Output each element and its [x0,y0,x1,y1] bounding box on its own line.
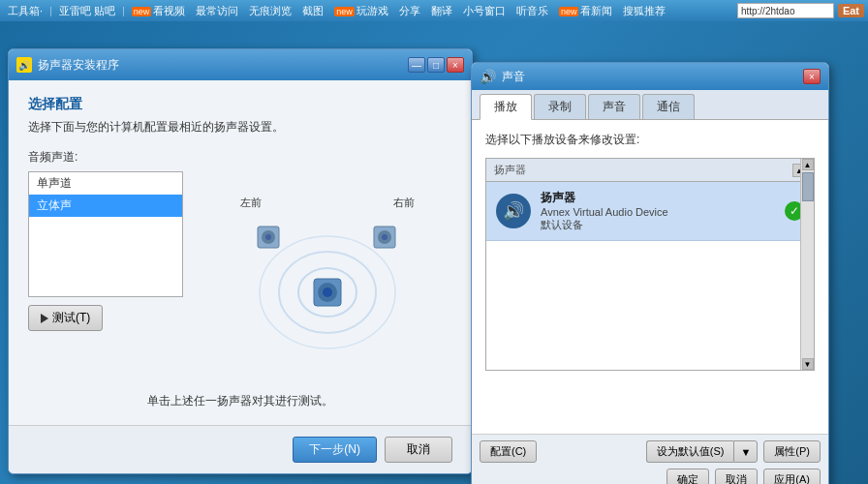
sound-body: 选择以下播放设备来修改设置: 扬声器 ▲ 🔊 扬声器 Avnex Virtual… [472,120,828,434]
url-bar[interactable] [737,3,834,18]
ok-button[interactable]: 确定 [666,469,709,484]
sound-dialog-icon: 🔊 [480,69,496,84]
device-subname: Avnex Virtual Audio Device [541,206,775,218]
taskbar-sougou[interactable]: 搜狐推荐 [619,3,669,19]
installer-controls: — □ × [408,57,464,73]
device-header-label: 扬声器 [494,163,792,177]
installer-hint: 单击上述任一扬声器对其进行测试。 [28,393,452,409]
tabs-bar: 播放 录制 声音 通信 [472,90,828,120]
config-button[interactable]: 配置(C) [480,440,537,463]
installer-content: 选择配置 选择下面与您的计算机配置最相近的扬声器设置。 音频声道: 单声道 立体… [9,80,472,425]
taskbar-miniwindow[interactable]: 小号窗口 [459,3,510,19]
new-badge-games: new [334,7,355,16]
device-default: 默认设备 [541,218,775,232]
installer-description: 选择下面与您的计算机配置最相近的扬声器设置。 [28,119,452,136]
installer-body: 单声道 立体声 测试(T) 左前 右前 [28,171,452,393]
sound-titlebar: 🔊 声音 × [472,63,828,90]
tab-playback[interactable]: 播放 [480,94,532,120]
sound-footer-row1: 配置(C) 设为默认值(S) ▼ 属性(P) [480,440,821,463]
device-list-container: 扬声器 ▲ 🔊 扬声器 Avnex Virtual Audio Device 默… [485,158,815,371]
set-default-split: 设为默认值(S) ▼ [646,440,759,463]
installer-minimize-button[interactable]: — [408,57,425,73]
channel-label: 音频声道: [28,149,452,166]
cancel-button[interactable]: 取消 [385,437,452,463]
desktop: 🔊 扬声器安装程序 — □ × 选择配置 选择下面与您的计算机配置最相近的扬声器… [0,21,868,484]
apply-button[interactable]: 应用(A) [763,469,821,484]
left-panel: 单声道 立体声 测试(T) [28,171,183,393]
sound-wave-svg [240,205,415,360]
tab-sound[interactable]: 声音 [588,94,640,119]
device-header: 扬声器 ▲ [486,159,814,182]
sound-body-desc: 选择以下播放设备来修改设置: [485,132,815,148]
tab-record[interactable]: 录制 [534,94,586,119]
channel-list: 单声道 立体声 [28,171,183,297]
tab-communication[interactable]: 通信 [642,94,695,119]
set-default-button[interactable]: 设为默认值(S) [646,440,734,463]
sound-dialog-controls: × [803,69,821,84]
sound-close-button[interactable]: × [803,69,821,84]
device-icon: 🔊 [496,194,531,228]
device-name: 扬声器 [541,190,775,206]
play-icon [41,314,48,323]
taskbar-frequent[interactable]: 最常访问 [192,3,242,19]
scrollbar[interactable]: ▲ ▼ [800,159,814,370]
sound-cancel-button[interactable]: 取消 [715,469,758,484]
svg-point-11 [382,234,388,240]
taskbar-screenshot[interactable]: 截图 [298,3,327,19]
sound-dialog-title: 声音 [502,69,797,85]
taskbar-games[interactable]: new玩游戏 [330,3,392,19]
installer-close-button[interactable]: × [447,57,464,73]
device-item[interactable]: 🔊 扬声器 Avnex Virtual Audio Device 默认设备 ✓ [486,182,814,241]
new-badge-news: new [559,7,579,16]
installer-section-title: 选择配置 [28,96,452,113]
installer-dialog: 🔊 扬声器安装程序 — □ × 选择配置 选择下面与您的计算机配置最相近的扬声器… [8,48,473,474]
set-default-dropdown[interactable]: ▼ [733,440,758,463]
taskbar-translate[interactable]: 翻译 [427,3,456,19]
taskbar-right: Eat [737,3,864,18]
taskbar-share[interactable]: 分享 [395,3,424,19]
channel-stereo[interactable]: 立体声 [29,195,182,217]
installer-footer: 下一步(N) 取消 [9,425,472,473]
taskbar: 工具箱· | 亚雷吧 贴吧 | new看视频 最常访问 无痕浏览 截图 new玩… [0,0,868,21]
taskbar-music[interactable]: 听音乐 [512,3,552,19]
speaker-diagram: 左前 右前 [231,196,424,370]
scroll-down-btn[interactable]: ▼ [802,358,814,370]
installer-title: 扬声器安装程序 [38,57,402,74]
svg-point-8 [265,234,271,240]
taskbar-news[interactable]: new看新闻 [555,3,617,19]
channel-mono[interactable]: 单声道 [29,172,182,195]
installer-icon: 🔊 [16,57,32,73]
sound-dialog: 🔊 声音 × 播放 录制 声音 通信 选择以下播放设备来修改设置: 扬声器 ▲ [471,62,829,484]
sound-footer: 配置(C) 设为默认值(S) ▼ 属性(P) 确定 取消 应用(A) [472,434,828,484]
test-button[interactable]: 测试(T) [28,305,103,331]
properties-button[interactable]: 属性(P) [763,440,821,463]
device-info: 扬声器 Avnex Virtual Audio Device 默认设备 [541,190,775,232]
scroll-up-btn[interactable]: ▲ [802,159,814,170]
taskbar-incognito[interactable]: 无痕浏览 [245,3,295,19]
svg-point-5 [323,287,332,297]
speaker-diagram-panel: 左前 右前 [202,171,452,393]
taskbar-tools[interactable]: 工具箱· [4,3,46,19]
test-button-label: 测试(T) [52,310,90,326]
taskbar-video[interactable]: new看视频 [128,3,190,19]
new-badge: new [132,7,152,16]
installer-titlebar: 🔊 扬声器安装程序 — □ × [9,49,472,80]
next-button[interactable]: 下一步(N) [293,437,377,463]
installer-maximize-button[interactable]: □ [427,57,445,73]
scroll-thumb[interactable] [802,172,814,201]
eat-button[interactable]: Eat [838,4,864,17]
sound-footer-row2: 确定 取消 应用(A) [480,469,821,484]
taskbar-tieba[interactable]: 亚雷吧 贴吧 [55,3,119,19]
